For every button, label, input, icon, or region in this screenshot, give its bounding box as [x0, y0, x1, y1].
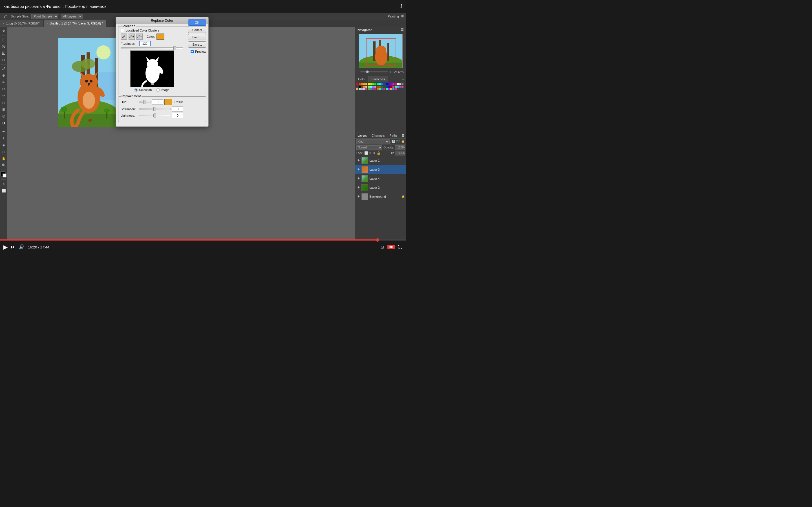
swatch-item[interactable]: [356, 86, 358, 88]
swatch-item[interactable]: [390, 86, 392, 88]
swatch-item[interactable]: [402, 83, 403, 86]
swatch-item[interactable]: [359, 83, 361, 86]
move-tool-icon[interactable]: ✥: [1, 28, 7, 34]
layer-item-3[interactable]: 👁 Layer 3: [355, 165, 406, 174]
swatch-item[interactable]: [381, 86, 383, 88]
fuzziness-input[interactable]: [139, 41, 151, 46]
lock-move-icon[interactable]: ✥: [373, 151, 375, 155]
swatch-item[interactable]: [395, 86, 397, 88]
swatch-item[interactable]: [388, 83, 390, 86]
swatch-item[interactable]: [361, 88, 363, 90]
pen-tool-icon[interactable]: ✒: [1, 128, 7, 135]
swatch-item[interactable]: [377, 88, 378, 90]
lightness-thumb[interactable]: [153, 114, 156, 117]
layer-item-1[interactable]: 👁 Layer 1: [355, 156, 406, 165]
hand-tool-icon[interactable]: ✋: [1, 156, 7, 162]
next-button[interactable]: ⏭: [11, 245, 15, 249]
layers-panel-options[interactable]: ☰: [400, 132, 406, 138]
navigator-options-icon[interactable]: ☰: [401, 28, 404, 32]
blur-icon[interactable]: ◎: [1, 113, 7, 119]
healing-icon[interactable]: ⊕: [1, 72, 7, 78]
layers-tab[interactable]: Layers: [355, 132, 369, 138]
swatch-item[interactable]: [399, 86, 401, 88]
selection-radio[interactable]: Selection: [135, 88, 152, 92]
tab-untitled-close[interactable]: ×: [47, 22, 48, 25]
swatch-item[interactable]: [384, 86, 386, 88]
image-radio[interactable]: Image: [156, 88, 169, 92]
swatch-item[interactable]: [397, 83, 399, 86]
tab-untitled[interactable]: × Untitled-1 @ 24.7% (Layer 3, RGB/8) *: [44, 20, 106, 27]
lock-transparent-icon[interactable]: ⬜: [364, 151, 368, 155]
brush-icon[interactable]: ✏: [1, 79, 7, 86]
volume-button[interactable]: 🔊: [19, 245, 24, 249]
swatch-item[interactable]: [395, 83, 397, 86]
swatch-item[interactable]: [359, 88, 361, 90]
background-color[interactable]: [3, 173, 6, 177]
swatch-item[interactable]: [395, 88, 397, 90]
share-icon[interactable]: ⤴: [400, 3, 403, 9]
zoom-tool-icon[interactable]: 🔍: [1, 162, 7, 168]
lightness-input[interactable]: [172, 113, 183, 118]
layer-item-4[interactable]: 👁 Layer 4: [355, 174, 406, 183]
swatch-item[interactable]: [370, 88, 372, 90]
fullscreen-button[interactable]: ⛶: [398, 245, 403, 249]
swatch-item[interactable]: [374, 83, 376, 86]
layer-2-eye[interactable]: 👁: [356, 186, 360, 189]
swatch-item[interactable]: [379, 86, 381, 88]
swatch-item[interactable]: [374, 88, 376, 90]
tab-1jpg[interactable]: × 1.jpg @ 66.7% (RGB/8#): [0, 20, 44, 27]
swatch-item[interactable]: [386, 83, 388, 86]
swatch-item[interactable]: [381, 88, 383, 90]
zoom-slider-thumb[interactable]: [366, 70, 369, 73]
color-tab[interactable]: Color: [355, 76, 368, 82]
expand-icon[interactable]: ⊞: [401, 14, 404, 18]
swatch-item[interactable]: [368, 83, 370, 86]
clone-icon[interactable]: ✂: [1, 86, 7, 92]
subtitles-button[interactable]: ⊡: [380, 245, 384, 249]
dodge-icon[interactable]: ◑: [1, 120, 7, 126]
opacity-input[interactable]: [395, 145, 405, 150]
hue-thumb[interactable]: [143, 100, 146, 104]
swatch-item[interactable]: [374, 86, 376, 88]
crop-tool-icon[interactable]: ⊡: [1, 57, 7, 63]
swatch-item[interactable]: [370, 86, 372, 88]
path-select-icon[interactable]: ◈: [1, 142, 7, 148]
eyedropper-icon[interactable]: 🖋: [1, 66, 7, 72]
screen-mode-icon[interactable]: ⬜: [1, 187, 7, 194]
tab-1jpg-close[interactable]: ×: [3, 22, 4, 25]
result-swatch[interactable]: [164, 99, 172, 105]
marquee-tool-icon[interactable]: ⬚: [1, 37, 7, 43]
swatch-item[interactable]: [356, 88, 358, 90]
kind-select[interactable]: Kind: [356, 139, 390, 144]
swatch-item[interactable]: [372, 86, 374, 88]
hue-slider[interactable]: [139, 101, 151, 103]
fuzziness-thumb[interactable]: [173, 46, 176, 50]
saturation-input[interactable]: [172, 107, 183, 112]
saturation-thumb[interactable]: [153, 107, 156, 111]
image-radio-btn[interactable]: [156, 88, 160, 92]
lightness-slider[interactable]: [139, 115, 171, 116]
swatches-tab[interactable]: Swatches: [368, 76, 388, 82]
swatch-item[interactable]: [379, 83, 381, 86]
progress-bar[interactable]: [0, 239, 406, 240]
lasso-tool-icon[interactable]: ⌘: [1, 43, 7, 50]
swatch-item[interactable]: [361, 83, 363, 86]
swatch-item[interactable]: [388, 86, 390, 88]
swatch-item[interactable]: [377, 83, 378, 86]
foreground-color[interactable]: [1, 172, 5, 176]
swatch-item[interactable]: [386, 86, 388, 88]
swatch-item[interactable]: [359, 86, 361, 88]
swatch-item[interactable]: [393, 83, 395, 86]
lock-paint-icon[interactable]: ✏: [369, 151, 372, 155]
swatch-item[interactable]: [368, 88, 370, 90]
layer-3-eye[interactable]: 👁: [356, 168, 360, 172]
swatch-item[interactable]: [377, 86, 378, 88]
swatch-item[interactable]: [363, 86, 365, 88]
swatch-item[interactable]: [390, 83, 392, 86]
swatch-item[interactable]: [356, 83, 358, 86]
blend-mode-select[interactable]: Normal: [356, 145, 382, 150]
shape-tool-icon[interactable]: □: [1, 149, 7, 155]
fuzziness-slider[interactable]: [121, 47, 183, 49]
eraser-icon[interactable]: ◻: [1, 100, 7, 106]
layer-item-bg[interactable]: 👁 Background 🔒: [355, 192, 406, 201]
